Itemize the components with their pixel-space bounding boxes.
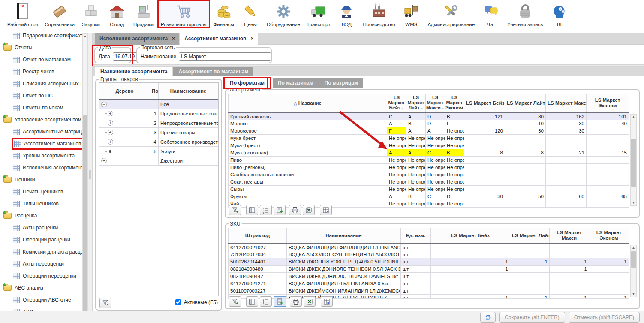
toolbar-item-customs[interactable]: ВЭД bbox=[334, 0, 359, 28]
cancel-button[interactable]: Отменить (shift ESCAPE) bbox=[569, 312, 640, 323]
toolbar-item-wms[interactable]: WMS bbox=[398, 0, 424, 28]
sidebar-item-revaluation-operations[interactable]: Операции переоценки bbox=[0, 270, 82, 282]
export-excel-button[interactable] bbox=[304, 296, 316, 307]
sidebar-folder-assortment-management[interactable]: Управление ассортиментом bbox=[0, 114, 82, 126]
scroll-up-icon[interactable]: ▲ bbox=[83, 34, 87, 39]
toolbar-item-references[interactable]: Справочники bbox=[42, 0, 78, 28]
scrollbar-thumb[interactable] bbox=[631, 251, 636, 268]
toolbar-item-prices[interactable]: Цены bbox=[238, 0, 263, 28]
numbering-button[interactable]: 123 bbox=[260, 205, 272, 215]
date-input[interactable] bbox=[113, 52, 138, 61]
sidebar-item-pricing-acts[interactable]: Акты расценки bbox=[0, 222, 82, 234]
assortment-row[interactable]: ФруктыABCD30506065 bbox=[229, 193, 629, 200]
column-header-light[interactable]: LS Маркет Лайт bbox=[510, 228, 550, 244]
clear-table-button[interactable] bbox=[321, 296, 333, 307]
columns-button[interactable] bbox=[246, 296, 258, 307]
sidebar-item-receipt-register[interactable]: Реестр чеков bbox=[0, 66, 82, 78]
active-checkbox[interactable] bbox=[175, 299, 181, 305]
column-header-qty-maxi[interactable]: LS Маркет Макси bbox=[546, 94, 587, 113]
column-header-name[interactable]: Наименование bbox=[287, 228, 401, 244]
toolbar-item-finance[interactable]: Финансы bbox=[211, 0, 237, 28]
column-header-level-light[interactable]: LS Маркет Лайт▲ bbox=[406, 94, 426, 113]
sidebar-item-pricing-operations[interactable]: Операции расценки bbox=[0, 234, 82, 246]
sku-row[interactable]: 6412709021271ВОДКА ФИНЛЯНДИЯ 0.5Л FINLAN… bbox=[229, 280, 629, 287]
sidebar-item-revaluation-acts[interactable]: Акты переоценки bbox=[0, 258, 82, 270]
collapse-icon[interactable]: − bbox=[101, 102, 107, 107]
close-icon[interactable]: × bbox=[172, 36, 175, 45]
sidebar-scrollbar[interactable]: ▲ ▼ bbox=[82, 33, 88, 319]
assortment-row[interactable]: МороженоеFAAНе опре1203030 bbox=[229, 127, 629, 135]
toolbar-item-account[interactable]: Учётная запись bbox=[504, 0, 546, 28]
splitter-grip[interactable] bbox=[89, 170, 91, 179]
assortment-row[interactable]: МолокоABDE103040 bbox=[229, 120, 629, 127]
scrollbar-thumb[interactable] bbox=[83, 115, 87, 313]
sku-row[interactable]: 5011007003227ВИСКИ ДЖЕЙМСОН ИРЛАНЛДИЯ 1Л… bbox=[229, 287, 629, 295]
assortment-row[interactable]: ПивоНе опреНе опреНе опреНе опре bbox=[229, 157, 629, 164]
assortment-row[interactable]: мука брестНе опреНе опреНе опреНе опре bbox=[229, 135, 629, 142]
toolbar-item-retail[interactable]: Розничная торговля bbox=[157, 0, 210, 28]
sidebar-item-store-report[interactable]: Отчет по магазинам bbox=[0, 54, 82, 66]
tree-row[interactable]: +1Продовольственные товары bbox=[99, 109, 218, 118]
column-header-unit[interactable]: Ед. изм. bbox=[401, 228, 431, 244]
tab-store-assortment[interactable]: Ассортимент магазинов× bbox=[180, 33, 258, 45]
tree-row[interactable]: +4Собственное производство bbox=[99, 137, 218, 147]
column-header-tree[interactable]: Дерево bbox=[99, 83, 150, 100]
scrollbar-thumb[interactable] bbox=[631, 139, 636, 187]
column-header-qty-econom[interactable]: LS Маркет Эконом bbox=[587, 94, 629, 113]
tab-assortment-assignment[interactable]: Назначение ассортимента bbox=[95, 67, 172, 76]
toolbar-item-production[interactable]: Производство bbox=[360, 0, 398, 28]
close-icon[interactable]: × bbox=[250, 36, 253, 45]
column-header-level-base[interactable]: LS Маркет Бейз▲ bbox=[387, 94, 406, 113]
toolbar-item-sales[interactable]: Продажи bbox=[130, 0, 157, 28]
sku-row[interactable]: 082184090442ВИСКИ ДЖЕК ДЭНИЭЛС 1Л JACK D… bbox=[229, 273, 629, 280]
expand-icon[interactable]: + bbox=[101, 158, 107, 163]
sidebar-folder-price-tags[interactable]: Ценники bbox=[0, 174, 82, 186]
sidebar-item-receipt-reports[interactable]: Отчеты по чекам bbox=[0, 102, 82, 114]
filter-button[interactable] bbox=[229, 205, 241, 215]
column-header-econom[interactable]: LS Маркет Эконом bbox=[589, 228, 629, 244]
toolbar-item-transport[interactable]: Транспорт bbox=[304, 0, 333, 28]
sidebar-item-assortment-executions[interactable]: Исполнения ассортимента bbox=[0, 162, 82, 174]
assortment-row[interactable]: Мука (Брест)Не опреНе опреНе опреНе опре bbox=[229, 142, 629, 149]
tree-row[interactable]: +Джестори bbox=[99, 156, 218, 166]
expand-icon[interactable]: + bbox=[108, 120, 113, 126]
toolbar-item-chat[interactable]: Чат bbox=[478, 0, 504, 28]
column-header-level-maxi[interactable]: LS Маркет Макси▲ bbox=[426, 94, 445, 113]
column-header-qty-base[interactable]: LS Маркет Бейз bbox=[464, 94, 505, 113]
sidebar-item-assortment-matrices[interactable]: Ассортиментные матрицы bbox=[0, 126, 82, 138]
scroll-down-icon[interactable]: ▼ bbox=[631, 200, 636, 205]
scroll-up-icon[interactable]: ▲ bbox=[631, 115, 636, 120]
expand-icon[interactable]: + bbox=[108, 111, 113, 116]
sidebar-folder-abc-analysis[interactable]: АВС анализ bbox=[0, 282, 82, 294]
tree-row[interactable]: +3Прочие товары bbox=[99, 128, 218, 137]
column-header-name[interactable]: Наименование bbox=[159, 83, 218, 100]
sidebar-item-price-tag-types[interactable]: Типы ценников bbox=[0, 198, 82, 210]
tab-by-formats[interactable]: По форматам bbox=[225, 78, 270, 88]
add-calculation-button[interactable] bbox=[274, 205, 286, 215]
print-button[interactable] bbox=[289, 205, 301, 215]
sidebar-item-abc-operations[interactable]: Операции АВС-отчет bbox=[0, 294, 82, 306]
sidebar-item-gift-certificates[interactable]: Подарочные сертификаты bbox=[0, 33, 82, 42]
sidebar-folder-reports[interactable]: Отчеты bbox=[0, 42, 82, 54]
sku-row[interactable]: 5000267014401ВИСКИ ДЖОННИ УОКЕР РЕД 40% … bbox=[229, 258, 629, 266]
scroll-down-icon[interactable]: ▼ bbox=[631, 292, 636, 297]
refresh-button[interactable] bbox=[480, 312, 496, 323]
tab-by-matrices[interactable]: По матрицам bbox=[319, 78, 363, 88]
scroll-up-icon[interactable]: ▲ bbox=[631, 245, 636, 251]
sidebar-item-ps-report[interactable]: Отчет по ПС bbox=[0, 90, 82, 102]
tab-assortment-executions[interactable]: Исполнения ассортимента× bbox=[95, 33, 179, 45]
assortment-row[interactable]: СырыНе опреНе опреНе опреНе опре bbox=[229, 186, 629, 193]
add-calculation-button[interactable] bbox=[274, 296, 286, 307]
print-button[interactable] bbox=[290, 296, 302, 307]
column-header-barcode[interactable]: Штрихкод bbox=[229, 228, 287, 244]
toolbar-item-administration[interactable]: Администрирование bbox=[424, 0, 478, 28]
sidebar-folder-pricing[interactable]: Расценка bbox=[0, 210, 82, 222]
tab-assortment-by-stores[interactable]: Ассортимент по магазинам bbox=[173, 67, 253, 76]
sidebar-item-pricing-commissions[interactable]: Комиссии для акта расценки bbox=[0, 246, 82, 258]
assortment-row[interactable]: Слабоалкогольные напиткиНе опреНе опреНе… bbox=[229, 171, 629, 178]
column-header-name[interactable]: △Название bbox=[229, 94, 387, 113]
column-header-base[interactable]: LS Маркет Бейз bbox=[431, 228, 510, 244]
sidebar-item-store-assortment[interactable]: Ассортимент магазинов bbox=[0, 138, 82, 150]
tree-row[interactable]: +2Непродовольственные товары bbox=[99, 118, 218, 128]
toolbar-item-equipment[interactable]: Оборудование bbox=[264, 0, 303, 28]
